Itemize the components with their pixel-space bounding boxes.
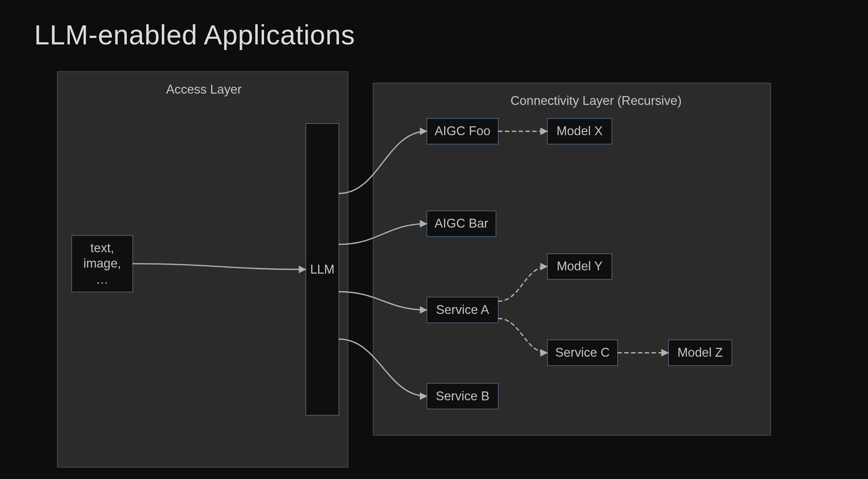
service-a-node: Service A (427, 297, 499, 323)
service-c-node: Service C (547, 340, 618, 366)
aigc-bar-node: AIGC Bar (427, 211, 497, 237)
model-x-node: Model X (547, 118, 612, 144)
access-layer-title: Access Layer (166, 82, 242, 97)
page-title: LLM-enabled Applications (34, 19, 355, 51)
model-y-node: Model Y (547, 253, 612, 280)
connectivity-layer-title: Connectivity Layer (Recursive) (511, 94, 682, 109)
service-b-node: Service B (427, 383, 499, 409)
llm-node: LLM (306, 123, 339, 416)
input-node: text, image, … (71, 235, 133, 292)
aigc-foo-node: AIGC Foo (427, 118, 499, 144)
model-z-node: Model Z (668, 340, 732, 366)
